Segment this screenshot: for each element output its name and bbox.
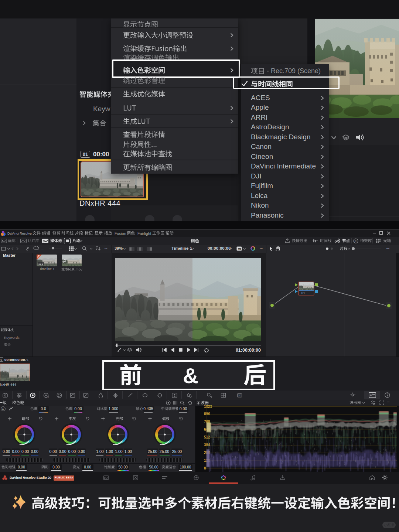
- svg-text:HQ: HQ: [238, 248, 241, 250]
- svg-text:3D: 3D: [238, 394, 241, 397]
- svg-text:A: A: [2, 407, 4, 411]
- svg-text:fx: fx: [354, 239, 357, 243]
- svg-text:HDR: HDR: [47, 396, 49, 398]
